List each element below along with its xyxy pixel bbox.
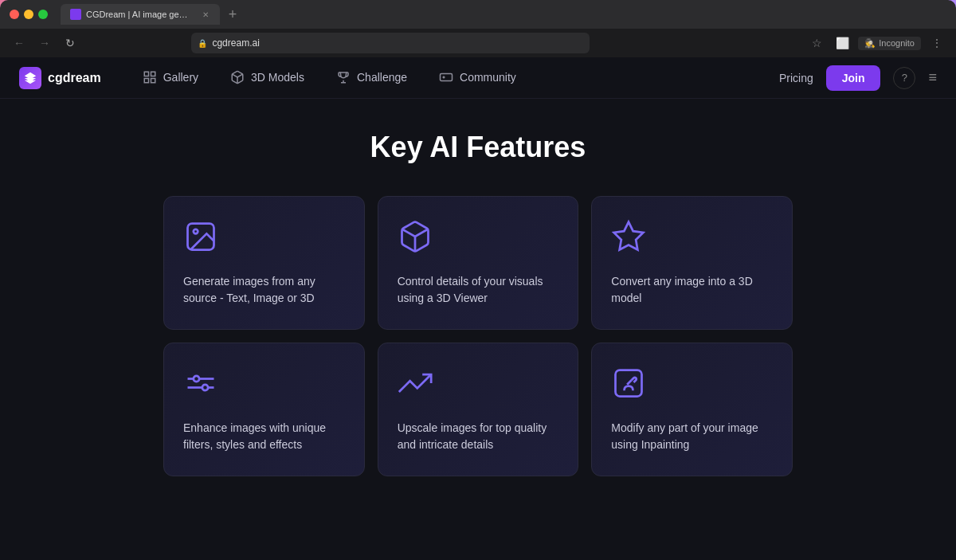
svg-marker-10 <box>614 222 644 250</box>
feature-text-3d-viewer: Control details of your visuals using a … <box>398 273 559 307</box>
nav-gallery[interactable]: Gallery <box>127 59 214 97</box>
main-content: Key AI Features Generate images from any… <box>0 99 956 508</box>
nav-3d-models[interactable]: 3D Models <box>214 59 320 97</box>
features-grid: Generate images from any source - Text, … <box>163 196 793 476</box>
navbar: cgdream Gallery 3D Models <box>0 57 956 99</box>
feature-card-enhance[interactable]: Enhance images with unique filters, styl… <box>163 343 365 476</box>
bookmark-icon[interactable]: ☆ <box>807 33 826 53</box>
url-display: cgdream.ai <box>212 37 259 49</box>
toolbar-actions: ☆ ⬜ 🕵 Incognito ⋮ <box>807 33 946 53</box>
minimize-window-button[interactable] <box>24 10 33 19</box>
svg-rect-6 <box>441 73 453 80</box>
reload-button[interactable]: ↻ <box>61 33 80 53</box>
lock-icon: 🔒 <box>198 39 207 48</box>
feature-text-3d-model: Convert any image into a 3D model <box>611 273 773 307</box>
new-tab-button[interactable]: + <box>223 5 242 24</box>
logo-text: cgdream <box>48 71 101 85</box>
nav-community[interactable]: Community <box>423 59 532 97</box>
svg-rect-3 <box>151 78 155 82</box>
svg-line-18 <box>627 380 632 385</box>
incognito-icon: 🕵 <box>864 38 876 49</box>
join-button[interactable]: Join <box>826 65 881 91</box>
browser-titlebar: CGDream | AI image genera... ✕ + <box>0 0 956 29</box>
feature-card-inpaint[interactable]: Modify any part of your image using Inpa… <box>591 343 793 476</box>
help-icon[interactable]: ? <box>893 67 915 89</box>
feature-text-upscale: Upscale images for top quality and intri… <box>398 420 559 453</box>
trending-up-icon <box>398 366 433 401</box>
page-title: Key AI Features <box>370 131 586 164</box>
svg-point-8 <box>194 229 198 234</box>
incognito-badge: 🕵 Incognito <box>858 37 921 50</box>
star-icon <box>611 219 646 254</box>
browser-window: CGDream | AI image genera... ✕ + ← → ↻ 🔒… <box>0 0 956 57</box>
menu-icon[interactable]: ≡ <box>928 69 937 86</box>
nav-gallery-label: Gallery <box>163 71 198 84</box>
grid-icon <box>143 70 157 84</box>
3d-box-icon <box>398 219 433 254</box>
logo-icon <box>19 67 41 89</box>
pricing-link[interactable]: Pricing <box>779 72 813 84</box>
close-window-button[interactable] <box>10 10 19 19</box>
active-tab[interactable]: CGDream | AI image genera... ✕ <box>61 4 220 25</box>
svg-point-11 <box>194 376 199 382</box>
extensions-icon[interactable]: ⬜ <box>833 33 852 53</box>
tab-close-button[interactable]: ✕ <box>200 9 210 20</box>
more-options-icon[interactable]: ⋮ <box>927 33 946 53</box>
nav-right: Pricing Join ? ≡ <box>779 65 937 91</box>
feature-card-3d-viewer[interactable]: Control details of your visuals using a … <box>378 196 579 330</box>
trophy-icon <box>336 70 351 84</box>
nav-links: Gallery 3D Models Challenge <box>127 59 532 97</box>
browser-toolbar: ← → ↻ 🔒 cgdream.ai ☆ ⬜ 🕵 Incognito ⋮ <box>0 29 956 57</box>
feature-card-generate[interactable]: Generate images from any source - Text, … <box>163 196 365 330</box>
nav-challenge-label: Challenge <box>357 71 407 84</box>
nav-3d-models-label: 3D Models <box>251 71 304 84</box>
maximize-window-button[interactable] <box>38 10 48 19</box>
feature-text-enhance: Enhance images with unique filters, styl… <box>183 420 345 453</box>
tab-title: CGDream | AI image genera... <box>86 10 192 19</box>
address-bar[interactable]: 🔒 cgdream.ai <box>191 33 590 53</box>
incognito-label: Incognito <box>879 38 915 48</box>
back-button[interactable]: ← <box>10 33 29 53</box>
svg-point-12 <box>202 385 208 390</box>
cube-icon <box>230 70 245 84</box>
feature-card-3d-model[interactable]: Convert any image into a 3D model <box>591 196 793 330</box>
svg-rect-0 <box>144 72 148 76</box>
svg-rect-2 <box>144 78 148 82</box>
gamepad-icon <box>439 70 453 84</box>
website-content: cgdream Gallery 3D Models <box>0 57 956 560</box>
svg-rect-1 <box>151 72 155 76</box>
logo[interactable]: cgdream <box>19 67 101 89</box>
sliders-icon <box>183 366 218 401</box>
feature-text-generate: Generate images from any source - Text, … <box>183 273 345 307</box>
edit-icon <box>611 366 646 401</box>
nav-community-label: Community <box>460 71 516 84</box>
tab-bar: CGDream | AI image genera... ✕ + <box>61 4 916 25</box>
forward-button[interactable]: → <box>35 33 54 53</box>
feature-card-upscale[interactable]: Upscale images for top quality and intri… <box>378 343 579 476</box>
nav-challenge[interactable]: Challenge <box>320 59 423 97</box>
image-icon <box>183 219 218 254</box>
tab-favicon <box>70 9 81 20</box>
feature-text-inpaint: Modify any part of your image using Inpa… <box>611 420 773 453</box>
traffic-lights <box>10 10 48 19</box>
